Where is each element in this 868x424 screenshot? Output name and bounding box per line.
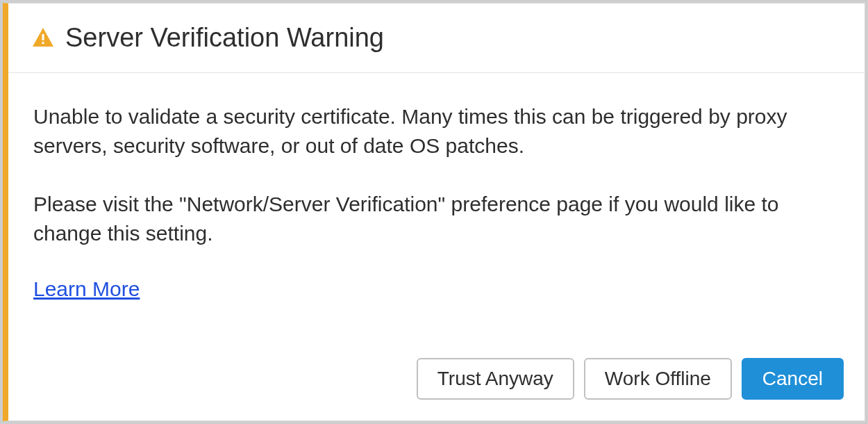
- server-verification-warning-dialog: Server Verification Warning Unable to va…: [3, 3, 865, 421]
- dialog-title: Server Verification Warning: [65, 23, 384, 53]
- dialog-header: Server Verification Warning: [8, 3, 865, 73]
- learn-more-link[interactable]: Learn More: [33, 277, 840, 301]
- cancel-button[interactable]: Cancel: [742, 358, 844, 400]
- work-offline-button[interactable]: Work Offline: [584, 358, 732, 400]
- svg-rect-0: [42, 34, 44, 40]
- dialog-message-paragraph-1: Unable to validate a security certificat…: [33, 102, 840, 161]
- trust-anyway-button[interactable]: Trust Anyway: [417, 358, 574, 400]
- dialog-message-paragraph-2: Please visit the "Network/Server Verific…: [33, 190, 840, 248]
- svg-rect-1: [42, 42, 44, 44]
- dialog-body: Unable to validate a security certificat…: [8, 73, 865, 344]
- dialog-footer: Trust Anyway Work Offline Cancel: [8, 344, 865, 421]
- dialog-message: Unable to validate a security certificat…: [33, 102, 840, 277]
- warning-icon: [31, 26, 56, 51]
